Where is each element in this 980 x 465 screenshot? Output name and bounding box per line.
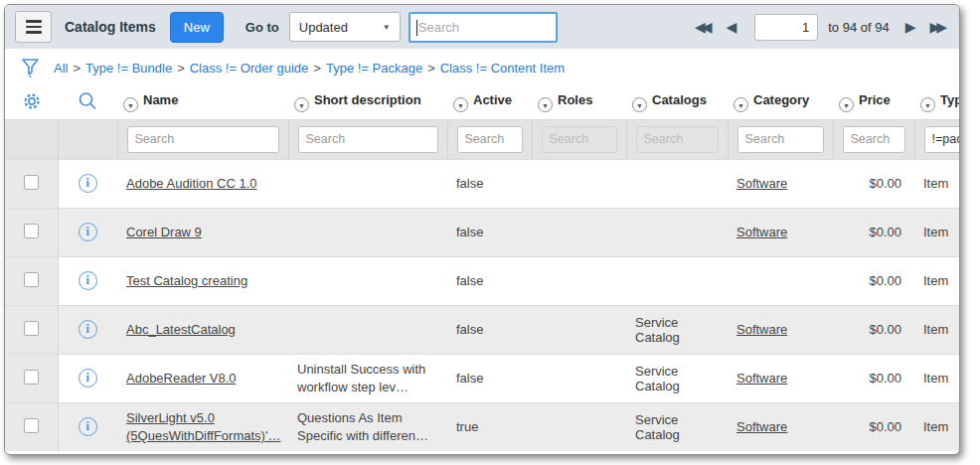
filter-input-name[interactable] [127,126,279,153]
filter-cell-checkbox-column [5,119,58,159]
column-sort-menu-icon[interactable]: ▼ [123,97,138,112]
cell-active: false [447,159,532,208]
category-link[interactable]: Software [736,419,787,434]
first-page-button[interactable]: ◀◀ [695,20,713,34]
item-name-link[interactable]: AdobeReader V8.0 [126,371,237,386]
row-info-cell: i [58,354,117,402]
breadcrumb-link[interactable]: Class != Content Item [440,61,565,76]
info-icon[interactable]: i [79,174,97,193]
info-icon[interactable]: i [79,271,97,290]
column-sort-menu-icon[interactable]: ▼ [839,97,854,112]
filter-input-type[interactable] [924,126,961,153]
row-select-cell [5,159,58,208]
category-link[interactable]: Software [736,225,787,239]
item-name-link[interactable]: SilverLight v5.0 (5QuesWithDiffFormats)'… [126,410,280,443]
column-header-label: Roles [558,92,592,107]
filter-input-active[interactable] [457,126,523,153]
row-info-cell: i [58,256,117,305]
column-sort-menu-icon[interactable]: ▼ [453,97,468,112]
filter-cell [914,119,960,159]
row-checkbox[interactable] [24,321,39,336]
cell-type: Item [914,159,960,208]
breadcrumb-link[interactable]: Type != Package [326,61,422,76]
column-header-active[interactable]: ▼Active [447,86,532,119]
column-header-category[interactable]: ▼Category [728,86,833,119]
column-header-label: Short description [314,92,421,107]
cell-short-description [288,159,447,208]
row-select-cell [5,354,58,402]
cell-catalogs: Service Catalog [626,305,728,354]
breadcrumb-link[interactable]: Class != Order guide [190,61,309,76]
next-page-button[interactable]: ▶ [905,20,916,34]
category-link[interactable]: Software [736,176,787,191]
cell-roles [532,305,626,354]
breadcrumb-link[interactable]: All [54,61,68,76]
column-header-roles[interactable]: ▼Roles [532,86,626,119]
item-name-link[interactable]: Abc_LatestCatalog [126,322,236,337]
goto-field-select[interactable]: Updated ▼ [289,12,401,42]
column-sort-menu-icon[interactable]: ▼ [734,97,748,112]
filter-funnel-icon[interactable] [21,58,40,78]
column-sort-menu-icon[interactable]: ▼ [538,97,553,112]
row-checkbox[interactable] [24,272,39,287]
column-header-type[interactable]: ▼Type [914,86,960,119]
list-menu-button[interactable] [15,11,52,43]
page-number-input[interactable] [754,14,818,41]
column-header-catalogs[interactable]: ▼Catalogs [626,86,728,119]
filter-input-catalogs[interactable] [636,126,719,153]
column-sort-menu-icon[interactable]: ▼ [920,97,935,112]
category-link[interactable]: Software [736,371,787,386]
table-row: i Abc_LatestCatalog false Service Catalo… [5,305,960,354]
item-name-link[interactable]: Adobe Audition CC 1.0 [126,176,257,191]
cell-name: Test Catalog creating [117,256,288,305]
cell-price: $0.00 [833,256,914,305]
info-icon[interactable]: i [79,223,97,241]
row-checkbox[interactable] [24,224,39,238]
column-header-price[interactable]: ▼Price [833,86,914,119]
cell-type: Item [914,208,960,256]
category-link[interactable]: Software [736,322,787,337]
cell-category: Software [728,159,833,208]
row-info-cell: i [58,305,117,354]
breadcrumb: All>Type != Bundle>Class != Order guide>… [54,61,565,76]
row-info-cell: i [58,208,117,256]
cell-active: false [447,208,532,256]
info-icon[interactable]: i [79,320,97,339]
info-icon[interactable]: i [79,417,97,436]
cell-short-description [288,256,447,305]
list-settings-gear-icon[interactable] [22,91,42,111]
row-checkbox[interactable] [24,370,39,385]
breadcrumb-link[interactable]: Type != Bundle [85,61,172,76]
filter-cell [532,119,626,159]
goto-search-input[interactable] [408,12,558,43]
previous-page-button[interactable]: ◀ [726,20,736,34]
column-sort-menu-icon[interactable]: ▼ [632,97,647,112]
cell-price: $0.00 [833,208,914,256]
row-select-cell [5,208,58,256]
item-name-link[interactable]: Corel Draw 9 [126,225,202,239]
item-name-link[interactable]: Test Catalog creating [126,273,247,288]
filter-input-roles[interactable] [542,126,617,153]
cell-price: $0.00 [833,354,914,402]
column-header-name[interactable]: ▼Name [117,86,288,119]
filter-input-short-description[interactable] [298,126,438,153]
cell-category: Software [728,208,833,256]
table-row: i Adobe Audition CC 1.0 false Software $… [5,159,960,208]
cell-price: $0.00 [833,159,914,208]
last-page-button[interactable]: ▶▶ [929,20,947,34]
new-button[interactable]: New [170,12,224,43]
cell-active: false [447,354,532,402]
info-icon[interactable]: i [79,369,97,388]
filter-input-category[interactable] [737,126,824,153]
filter-input-price[interactable] [843,126,905,153]
cell-category: Software [728,402,833,451]
list-search-icon[interactable] [78,91,97,111]
cell-short-description: Uninstall Success with workflow step lev… [288,354,447,402]
column-header-label: Price [859,92,891,107]
row-checkbox[interactable] [24,418,39,433]
row-info-cell: i [58,159,117,208]
row-checkbox[interactable] [24,175,39,190]
column-sort-menu-icon[interactable]: ▼ [294,97,309,112]
cell-type: Item [914,256,960,305]
column-header-short-description[interactable]: ▼Short description [288,86,447,119]
